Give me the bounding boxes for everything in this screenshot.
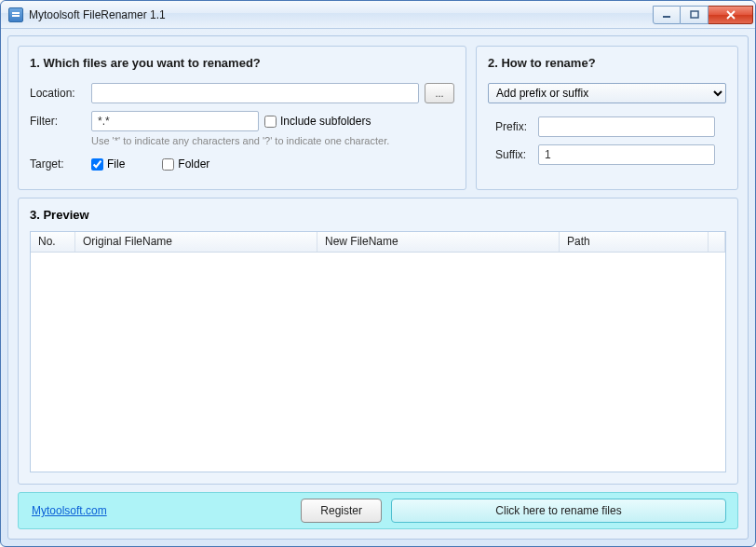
svg-rect-0 [663, 16, 670, 18]
target-folder-checkbox[interactable] [162, 158, 174, 171]
browse-button[interactable]: ... [425, 83, 454, 103]
col-spacer [709, 232, 725, 252]
filter-input[interactable] [91, 111, 259, 131]
maximize-icon [690, 10, 699, 20]
window-title: Mytoolsoft FileRenamer 1.1 [29, 8, 653, 21]
window-controls [653, 6, 753, 24]
minimize-button[interactable] [653, 6, 681, 24]
panel-preview: 3. Preview No. Original FileName New Fil… [18, 198, 738, 485]
titlebar[interactable]: Mytoolsoft FileRenamer 1.1 [1, 1, 755, 29]
suffix-input[interactable] [538, 144, 715, 165]
target-folder-label: Folder [178, 157, 209, 171]
include-subfolders-checkbox[interactable] [264, 116, 277, 128]
prefix-input[interactable] [538, 116, 715, 137]
filter-label: Filter: [30, 115, 86, 128]
filter-row: Filter: Include subfolders [30, 111, 454, 131]
client-area: 1. Which files are you want to renamed? … [7, 35, 749, 540]
location-input[interactable] [91, 83, 419, 103]
grid-header: No. Original FileName New FileName Path [31, 232, 725, 253]
prefix-row: Prefix: [488, 116, 726, 137]
target-file[interactable]: File [91, 157, 125, 171]
svg-rect-1 [691, 11, 698, 18]
rename-button[interactable]: Click here to rename files [391, 499, 726, 523]
prefix-label: Prefix: [488, 120, 533, 133]
location-label: Location: [30, 87, 86, 100]
filter-hint: Use '*' to indicate any characters and '… [91, 135, 454, 146]
col-new[interactable]: New FileName [317, 232, 560, 252]
grid-body[interactable] [31, 253, 725, 472]
suffix-row: Suffix: [488, 144, 726, 165]
bottom-bar: Mytoolsoft.com Register Click here to re… [18, 492, 738, 529]
col-original[interactable]: Original FileName [75, 232, 317, 252]
close-icon [725, 10, 736, 20]
minimize-icon [662, 10, 671, 20]
close-button[interactable] [709, 6, 753, 24]
top-row: 1. Which files are you want to renamed? … [18, 46, 738, 190]
target-label: Target: [30, 157, 86, 171]
section2-heading: 2. How to rename? [488, 56, 726, 70]
app-window: Mytoolsoft FileRenamer 1.1 1. Which file… [0, 0, 756, 547]
location-row: Location: ... [30, 83, 454, 103]
col-path[interactable]: Path [560, 232, 709, 252]
app-icon [8, 7, 23, 22]
ellipsis-icon: ... [435, 88, 443, 99]
target-folder[interactable]: Folder [162, 157, 209, 171]
section1-heading: 1. Which files are you want to renamed? [30, 56, 454, 70]
suffix-label: Suffix: [488, 148, 533, 161]
preview-heading: 3. Preview [30, 208, 726, 222]
target-file-checkbox[interactable] [91, 158, 103, 171]
maximize-button[interactable] [681, 6, 709, 24]
target-file-label: File [107, 157, 125, 171]
col-no[interactable]: No. [31, 232, 75, 252]
register-button[interactable]: Register [301, 499, 382, 523]
preview-grid: No. Original FileName New FileName Path [30, 231, 726, 472]
target-row: Target: File Folder [30, 157, 454, 171]
include-subfolders[interactable]: Include subfolders [264, 115, 371, 128]
panel-method: 2. How to rename? Add prefix or suffix P… [476, 46, 738, 190]
panel-source: 1. Which files are you want to renamed? … [18, 46, 466, 190]
rename-method-select[interactable]: Add prefix or suffix [488, 83, 726, 103]
include-subfolders-label: Include subfolders [280, 115, 371, 128]
brand-link[interactable]: Mytoolsoft.com [30, 504, 107, 517]
